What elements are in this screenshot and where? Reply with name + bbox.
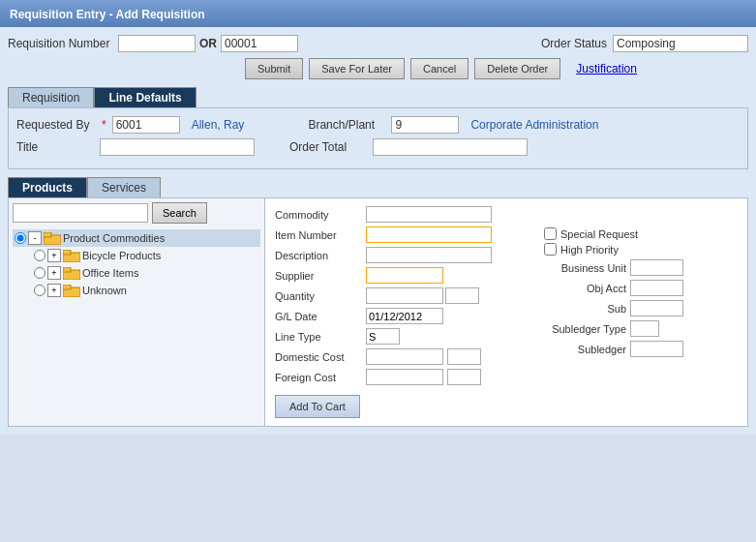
business-unit-input[interactable] bbox=[630, 259, 683, 276]
description-row: Description bbox=[275, 247, 534, 263]
supplier-row: Supplier bbox=[275, 267, 534, 284]
tree-radio-bicycle[interactable] bbox=[34, 250, 45, 261]
add-to-cart-button[interactable]: Add To Cart bbox=[275, 395, 360, 418]
quantity-input[interactable] bbox=[366, 287, 443, 304]
commodity-form-panel: Commodity Item Number Description bbox=[265, 198, 747, 426]
qty-row bbox=[366, 287, 479, 304]
subledger-type-label: Subledger Type bbox=[544, 323, 626, 335]
tree-expander-office[interactable]: + bbox=[47, 266, 61, 280]
tree-label-office: Office Items bbox=[82, 267, 138, 279]
obj-acct-label: Obj Acct bbox=[544, 283, 626, 294]
page-title: Requisition Entry - Add Requisition bbox=[10, 8, 205, 21]
gl-date-input[interactable] bbox=[366, 308, 443, 324]
item-number-input[interactable] bbox=[366, 226, 492, 243]
foreign-cost-label: Foreign Cost bbox=[275, 372, 362, 383]
high-priority-checkbox[interactable] bbox=[544, 243, 557, 256]
line-type-input[interactable] bbox=[366, 328, 400, 345]
tab-products[interactable]: Products bbox=[8, 177, 87, 197]
foreign-cost-row: Foreign Cost bbox=[275, 369, 534, 385]
tree-panel: Search - Product Commodities + bbox=[9, 198, 265, 426]
tree-item-unknown[interactable]: + Unknown bbox=[13, 282, 260, 299]
quantity-row: Quantity bbox=[275, 287, 534, 304]
commodity-input[interactable] bbox=[366, 206, 492, 223]
tab-requisition[interactable]: Requisition bbox=[8, 87, 94, 107]
obj-acct-input[interactable] bbox=[630, 280, 683, 296]
description-input[interactable] bbox=[366, 247, 492, 263]
tree-item-office[interactable]: + Office Items bbox=[13, 264, 260, 282]
obj-acct-row: Obj Acct bbox=[544, 280, 738, 296]
special-request-row: Special Request bbox=[544, 227, 738, 240]
folder-icon-office bbox=[63, 267, 80, 280]
tree-item-bicycle[interactable]: + Bicycle Products bbox=[13, 247, 260, 264]
quantity-uom-input[interactable] bbox=[445, 287, 479, 304]
domestic-cost-input[interactable] bbox=[366, 348, 443, 365]
subledger-label: Subledger bbox=[544, 344, 626, 355]
folder-icon-unknown bbox=[63, 285, 80, 297]
title-row: Title Order Total bbox=[16, 138, 740, 156]
foreign-cost-uom[interactable] bbox=[447, 369, 481, 385]
folder-icon-root bbox=[44, 232, 61, 245]
domestic-cost-row: Domestic Cost bbox=[275, 348, 534, 365]
or-label: OR bbox=[199, 37, 217, 50]
order-status-input bbox=[613, 35, 748, 52]
foreign-cost-input[interactable] bbox=[366, 369, 443, 385]
requested-by-label: Requested By bbox=[16, 118, 94, 132]
req-number-label: Requisition Number bbox=[8, 37, 114, 50]
title-input[interactable] bbox=[100, 138, 255, 156]
order-status-section: Order Status document.querySelector('[da… bbox=[541, 35, 748, 52]
domestic-cost-uom[interactable] bbox=[447, 348, 481, 365]
supplier-input[interactable] bbox=[366, 267, 443, 284]
tree-label-bicycle: Bicycle Products bbox=[82, 250, 161, 261]
sub-row: Sub bbox=[544, 300, 738, 316]
order-status-label: Order Status bbox=[541, 37, 609, 50]
tabs-requisition: Requisition Line Defaults bbox=[8, 87, 748, 107]
branch-plant-input[interactable] bbox=[391, 116, 459, 134]
description-label: Description bbox=[275, 250, 362, 261]
tab-services[interactable]: Services bbox=[87, 177, 161, 197]
tree-expander-unknown[interactable]: + bbox=[47, 284, 61, 297]
folder-icon-bicycle bbox=[63, 250, 80, 262]
special-request-label: Special Request bbox=[560, 228, 638, 240]
high-priority-label: High Priority bbox=[560, 244, 619, 256]
tree-container: - Product Commodities + Bicycle Products bbox=[13, 229, 260, 384]
subledger-type-input[interactable] bbox=[630, 320, 659, 337]
tree-radio-unknown[interactable] bbox=[34, 285, 45, 296]
justification-link[interactable]: Justification bbox=[576, 62, 637, 75]
save-for-later-button[interactable]: Save For Later bbox=[309, 58, 405, 79]
svg-rect-3 bbox=[63, 250, 71, 255]
business-unit-row: Business Unit bbox=[544, 259, 738, 276]
domestic-cost-label: Domestic Cost bbox=[275, 351, 362, 363]
subledger-input[interactable] bbox=[630, 341, 683, 357]
quantity-label: Quantity bbox=[275, 290, 362, 302]
tree-expander-root[interactable]: - bbox=[28, 231, 42, 245]
sub-label: Sub bbox=[544, 303, 626, 315]
subledger-row: Subledger bbox=[544, 341, 738, 357]
tree-expander-bicycle[interactable]: + bbox=[47, 249, 61, 262]
tree-radio-root[interactable] bbox=[15, 232, 26, 244]
sub-input[interactable] bbox=[630, 300, 683, 316]
submit-button[interactable]: Submit bbox=[245, 58, 303, 79]
title-label: Title bbox=[16, 140, 94, 154]
right-fields: Special Request High Priority Business U… bbox=[544, 206, 738, 418]
tab-line-defaults[interactable]: Line Defaults bbox=[94, 87, 196, 107]
tree-radio-office[interactable] bbox=[34, 267, 45, 279]
subledger-type-row: Subledger Type bbox=[544, 320, 738, 337]
requested-by-input[interactable] bbox=[112, 116, 180, 134]
commodity-row: Commodity bbox=[275, 206, 534, 223]
two-col-fields: Commodity Item Number Description bbox=[275, 206, 738, 418]
gl-date-row: G/L Date bbox=[275, 308, 534, 324]
page-header: Requisition Entry - Add Requisition bbox=[0, 0, 756, 27]
search-button[interactable]: Search bbox=[152, 202, 207, 224]
search-input[interactable] bbox=[13, 203, 148, 223]
req-number-input[interactable] bbox=[118, 35, 196, 52]
page-wrapper: Requisition Entry - Add Requisition Requ… bbox=[0, 0, 756, 435]
left-fields: Commodity Item Number Description bbox=[275, 206, 534, 418]
req-number-value[interactable] bbox=[221, 35, 298, 52]
cancel-button[interactable]: Cancel bbox=[410, 58, 469, 79]
branch-plant-label: Branch/Plant bbox=[308, 118, 385, 132]
tree-item-root[interactable]: - Product Commodities bbox=[13, 229, 260, 247]
delete-order-button[interactable]: Delete Order bbox=[474, 58, 560, 79]
special-request-checkbox[interactable] bbox=[544, 227, 557, 240]
req-number-section: Requisition Number OR document.querySele… bbox=[8, 35, 535, 52]
item-number-label: Item Number bbox=[275, 229, 362, 241]
